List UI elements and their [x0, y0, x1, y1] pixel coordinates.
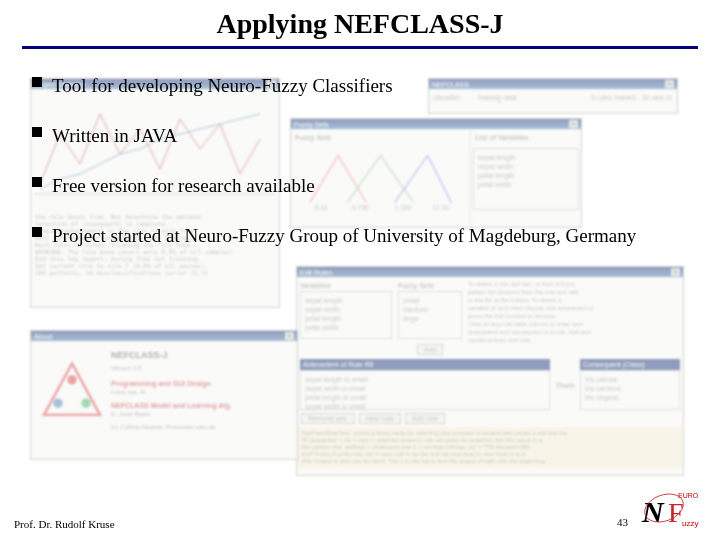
slide-title: Applying NEFCLASS-J [216, 8, 503, 40]
bullet-icon [32, 77, 42, 87]
bullet-item: Tool for developing Neuro-Fuzzy Classifi… [32, 71, 698, 101]
bullet-text: Free version for research available [52, 171, 315, 201]
title-rule [22, 46, 698, 49]
bullet-icon [32, 127, 42, 137]
bullet-icon [32, 227, 42, 237]
bullet-list: Tool for developing Neuro-Fuzzy Classifi… [32, 71, 698, 251]
bullet-item: Free version for research available [32, 171, 698, 201]
bullet-item: Project started at Neuro-Fuzzy Group of … [32, 221, 698, 251]
neuro-fuzzy-logo: EURO N F uzzy [638, 488, 710, 534]
page-number: 43 [617, 516, 628, 528]
bullet-item: Written in JAVA [32, 121, 698, 151]
bullet-text: Tool for developing Neuro-Fuzzy Classifi… [52, 71, 393, 101]
bullet-icon [32, 177, 42, 187]
bullet-text: Written in JAVA [52, 121, 177, 151]
svg-text:uzzy: uzzy [682, 519, 698, 528]
bullet-text: Project started at Neuro-Fuzzy Group of … [52, 221, 636, 251]
slide: Applying NEFCLASS-J Tool for developing … [0, 0, 720, 540]
footer-author: Prof. Dr. Rudolf Kruse [14, 518, 115, 530]
